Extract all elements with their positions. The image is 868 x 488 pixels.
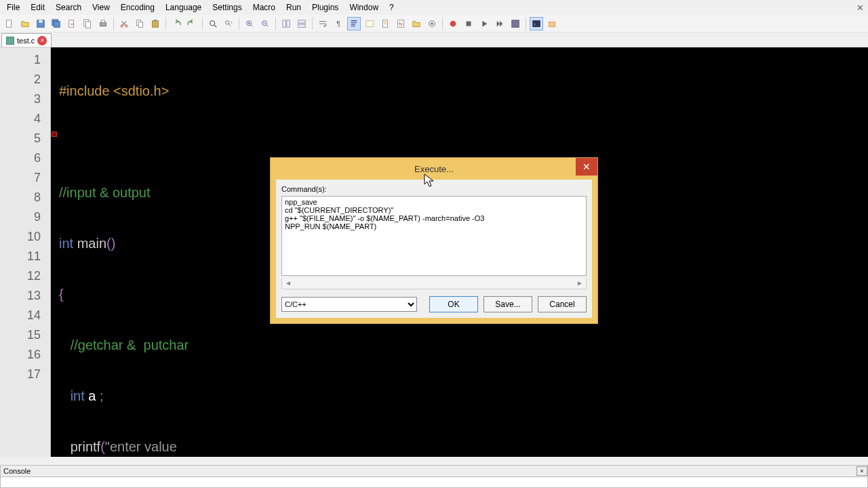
svg-rect-24: [298, 24, 306, 26]
menu-search[interactable]: Search: [50, 1, 87, 14]
svg-rect-35: [533, 20, 540, 26]
console-title: Console: [3, 467, 31, 475]
folder-icon[interactable]: [410, 17, 423, 30]
tab-bar: test.c ×: [0, 33, 868, 47]
svg-rect-36: [549, 22, 555, 26]
toolbar: × ¶ fx: [0, 15, 868, 33]
save-all-icon[interactable]: [50, 17, 63, 30]
replace-icon[interactable]: [222, 17, 235, 30]
console-panel: Console ×: [0, 465, 868, 488]
func-list-icon[interactable]: fx: [394, 17, 408, 30]
indent-guide-icon[interactable]: [347, 17, 361, 30]
menu-window[interactable]: Window: [344, 1, 384, 14]
language-select[interactable]: C/C++: [281, 297, 417, 312]
play-multi-icon[interactable]: [493, 17, 507, 30]
close-all-icon[interactable]: [81, 17, 94, 30]
fold-marker-icon[interactable]: [52, 131, 57, 137]
cut-icon[interactable]: [117, 17, 131, 30]
console-header[interactable]: Console ×: [0, 465, 868, 477]
file-tab[interactable]: test.c ×: [1, 33, 52, 47]
console-body[interactable]: [0, 477, 868, 488]
svg-point-32: [450, 20, 456, 26]
menu-encoding[interactable]: Encoding: [115, 1, 160, 14]
save-macro-icon[interactable]: [509, 17, 522, 30]
console-close-icon[interactable]: ×: [856, 466, 867, 476]
copy-icon[interactable]: [133, 17, 146, 30]
window-close-icon[interactable]: ✕: [853, 3, 867, 13]
svg-text:fx: fx: [399, 21, 403, 26]
svg-rect-16: [154, 19, 157, 21]
show-all-chars-icon[interactable]: ¶: [332, 17, 345, 30]
svg-rect-10: [101, 20, 104, 22]
menu-file[interactable]: File: [1, 1, 25, 14]
menu-plugins[interactable]: Plugins: [307, 1, 344, 14]
svg-point-17: [210, 20, 215, 25]
svg-rect-8: [85, 21, 90, 28]
svg-rect-22: [287, 20, 290, 27]
svg-rect-26: [366, 20, 374, 26]
find-icon[interactable]: [206, 17, 220, 30]
monitor-icon[interactable]: [425, 17, 439, 30]
dialog-title-text: Execute...: [414, 164, 454, 174]
fold-column[interactable]: [51, 47, 58, 457]
stop-icon[interactable]: [462, 17, 475, 30]
svg-rect-23: [298, 20, 306, 22]
word-wrap-icon[interactable]: [316, 17, 330, 30]
line-number-gutter: 1 2 3 4 5 6 7 8 9 10 11 12 13 14 15 16 1…: [0, 47, 51, 457]
save-icon[interactable]: [34, 17, 47, 30]
menu-run[interactable]: Run: [281, 1, 307, 14]
svg-rect-9: [100, 22, 106, 26]
mouse-cursor-icon: [424, 174, 436, 188]
svg-rect-0: [7, 20, 12, 27]
print-icon[interactable]: [96, 17, 110, 30]
plugin-icon[interactable]: [545, 17, 559, 30]
user-lang-icon[interactable]: [363, 17, 376, 30]
record-icon[interactable]: [446, 17, 460, 30]
svg-rect-2: [39, 20, 42, 22]
svg-text:×: ×: [71, 20, 74, 26]
svg-rect-14: [138, 22, 142, 27]
undo-icon[interactable]: [170, 17, 183, 30]
tab-close-icon[interactable]: ×: [37, 36, 47, 45]
menu-macro[interactable]: Macro: [248, 1, 281, 14]
textarea-hscrollbar[interactable]: ◄ ►: [281, 279, 587, 289]
save-button[interactable]: Save...: [484, 296, 532, 312]
dialog-close-button[interactable]: ✕: [576, 158, 597, 176]
svg-rect-34: [512, 20, 519, 27]
doc-map-icon[interactable]: [378, 17, 392, 30]
close-file-icon[interactable]: ×: [65, 17, 79, 30]
sync-h-icon[interactable]: [295, 17, 309, 30]
svg-rect-33: [467, 21, 471, 26]
svg-text:¶: ¶: [336, 19, 340, 27]
svg-rect-15: [153, 20, 159, 27]
tab-label: test.c: [17, 37, 35, 45]
sync-v-icon[interactable]: [279, 17, 293, 30]
zoom-out-icon[interactable]: [258, 17, 272, 30]
menu-bar: File Edit Search View Encoding Language …: [0, 0, 868, 15]
menu-help[interactable]: ?: [384, 1, 399, 14]
paste-icon[interactable]: [149, 17, 162, 30]
new-file-icon[interactable]: [3, 17, 16, 30]
svg-rect-4: [54, 21, 60, 27]
console-icon[interactable]: [530, 17, 543, 30]
open-file-icon[interactable]: [18, 17, 32, 30]
zoom-in-icon[interactable]: [243, 17, 256, 30]
ok-button[interactable]: OK: [429, 296, 478, 312]
play-icon[interactable]: [477, 17, 491, 30]
menu-settings[interactable]: Settings: [207, 1, 247, 14]
svg-point-31: [431, 22, 433, 25]
menu-edit[interactable]: Edit: [25, 1, 50, 14]
scroll-right-icon[interactable]: ►: [576, 279, 583, 287]
redo-icon[interactable]: [185, 17, 199, 30]
cancel-button[interactable]: Cancel: [538, 296, 587, 312]
file-type-icon: [6, 37, 14, 45]
scroll-left-icon[interactable]: ◄: [285, 279, 292, 287]
commands-textarea[interactable]: [281, 196, 587, 276]
menu-language[interactable]: Language: [160, 1, 207, 14]
svg-rect-21: [283, 20, 285, 27]
menu-view[interactable]: View: [87, 1, 115, 14]
